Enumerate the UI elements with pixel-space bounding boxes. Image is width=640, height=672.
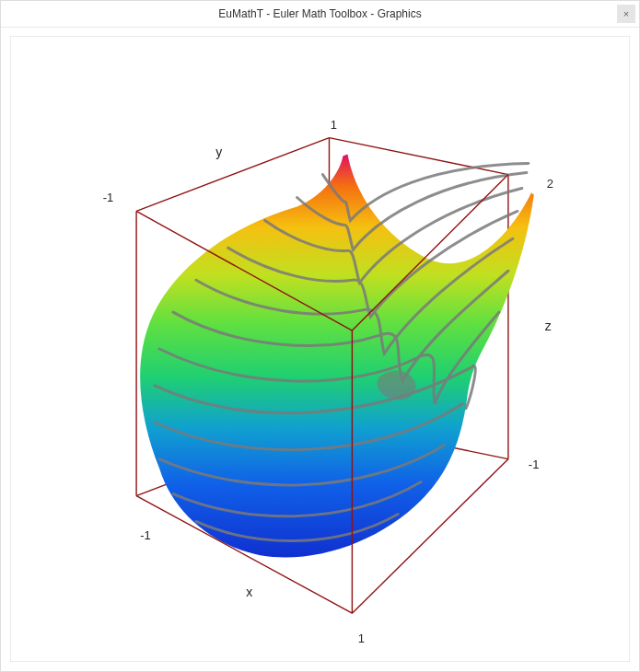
window-title: EuMathT - Euler Math Toolbox - Graphics xyxy=(218,7,421,20)
z-axis-label: z xyxy=(545,319,552,333)
x-tick-pos1: 1 xyxy=(358,631,365,645)
x-tick-neg1: -1 xyxy=(140,528,151,542)
y-tick-pos1: 1 xyxy=(331,118,337,132)
app-window: EuMathT - Euler Math Toolbox - Graphics … xyxy=(0,0,640,672)
plot-svg: -1 1 y 2 -1 z -1 1 x xyxy=(11,37,629,661)
y-axis-label: y xyxy=(215,145,222,159)
z-tick-pos2: 2 xyxy=(547,178,553,191)
x-axis-label: x xyxy=(246,585,252,599)
svg-line-5 xyxy=(329,138,507,175)
graphics-viewport[interactable]: -1 1 y 2 -1 z -1 1 x xyxy=(10,36,630,662)
surface-plot xyxy=(140,155,534,558)
titlebar: EuMathT - Euler Math Toolbox - Graphics … xyxy=(1,1,639,28)
close-icon: × xyxy=(623,8,629,19)
y-tick-neg1: -1 xyxy=(103,191,114,204)
close-button[interactable]: × xyxy=(617,5,635,23)
z-tick-neg1: -1 xyxy=(529,458,540,471)
